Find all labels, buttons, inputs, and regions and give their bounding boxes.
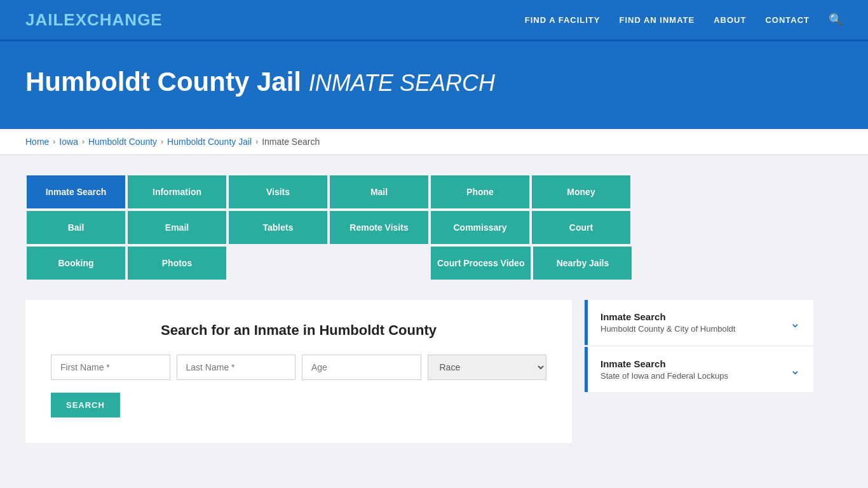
last-name-input[interactable] (177, 355, 296, 380)
nav-find-facility[interactable]: FIND A FACILITY (525, 15, 600, 25)
btn-nearby-jails[interactable]: Nearby Jails (533, 247, 632, 280)
breadcrumb-sep-4: › (255, 137, 258, 146)
site-header: JAILEXCHANGE FIND A FACILITY FIND AN INM… (0, 0, 868, 41)
btn-tablets[interactable]: Tablets (229, 211, 327, 244)
first-name-input[interactable] (51, 355, 170, 380)
search-form-title: Search for an Inmate in Humboldt County (51, 322, 546, 339)
btn-inmate-search[interactable]: Inmate Search (27, 175, 125, 208)
chevron-down-icon: ⌄ (790, 315, 801, 330)
breadcrumb-bar: Home › Iowa › Humboldt County › Humboldt… (0, 129, 868, 155)
search-icon[interactable]: 🔍 (829, 13, 843, 27)
breadcrumb-humboldt-county-jail[interactable]: Humboldt County Jail (167, 137, 252, 147)
sidebar-card-iowa[interactable]: Inmate Search State of Iowa and Federal … (585, 347, 813, 392)
page-title-main: Humboldt County Jail (25, 67, 301, 97)
btn-court[interactable]: Court (532, 211, 630, 244)
sidebar-card-iowa-title: Inmate Search (600, 358, 728, 369)
breadcrumb-sep-3: › (161, 137, 163, 146)
btn-information[interactable]: Information (128, 175, 226, 208)
logo-jail: JAIL (25, 10, 64, 29)
btn-court-process-video[interactable]: Court Process Video (431, 247, 531, 280)
breadcrumb-humboldt-county[interactable]: Humboldt County (88, 137, 157, 147)
btn-commissary[interactable]: Commissary (431, 211, 529, 244)
btn-bail[interactable]: Bail (27, 211, 125, 244)
btn-phone[interactable]: Phone (431, 175, 529, 208)
btn-mail[interactable]: Mail (330, 175, 428, 208)
nav-contact[interactable]: CONTACT (765, 15, 810, 25)
row3-spacer (227, 247, 430, 280)
breadcrumb-sep-1: › (53, 137, 55, 146)
btn-email[interactable]: Email (128, 211, 226, 244)
btn-photos[interactable]: Photos (128, 247, 226, 280)
btn-remote-visits[interactable]: Remote Visits (330, 211, 428, 244)
main-content: Inmate Search Information Visits Mail Ph… (0, 155, 868, 462)
search-form-container: Search for an Inmate in Humboldt County … (25, 300, 572, 443)
nav-about[interactable]: ABOUT (714, 15, 746, 25)
age-input[interactable] (302, 355, 421, 380)
search-fields: Race White Black Hispanic Asian Native A… (51, 355, 546, 380)
breadcrumb-sep-2: › (82, 137, 85, 146)
breadcrumb-current: Inmate Search (262, 137, 320, 147)
logo-exchange: EXCHANGE (64, 10, 162, 29)
search-button[interactable]: SEARCH (51, 393, 120, 417)
btn-money[interactable]: Money (532, 175, 630, 208)
sidebar: Inmate Search Humboldt County & City of … (585, 300, 813, 392)
sidebar-card-humboldt[interactable]: Inmate Search Humboldt County & City of … (585, 300, 813, 345)
sidebar-card-iowa-text: Inmate Search State of Iowa and Federal … (600, 358, 728, 381)
sidebar-card-humboldt-text: Inmate Search Humboldt County & City of … (600, 311, 735, 334)
btn-visits[interactable]: Visits (229, 175, 327, 208)
category-nav-buttons: Inmate Search Information Visits Mail Ph… (25, 174, 724, 281)
breadcrumb-home[interactable]: Home (25, 137, 49, 147)
race-select[interactable]: Race White Black Hispanic Asian Native A… (428, 355, 547, 380)
breadcrumb: Home › Iowa › Humboldt County › Humboldt… (25, 137, 843, 147)
hero-banner: Humboldt County Jail INMATE SEARCH (0, 41, 868, 129)
sidebar-card-iowa-subtitle: State of Iowa and Federal Lockups (600, 371, 728, 381)
sidebar-card-humboldt-title: Inmate Search (600, 311, 735, 322)
page-title-italic: INMATE SEARCH (309, 70, 495, 96)
nav-find-inmate[interactable]: FIND AN INMATE (619, 15, 695, 25)
breadcrumb-iowa[interactable]: Iowa (59, 137, 78, 147)
page-title: Humboldt County Jail INMATE SEARCH (25, 67, 843, 97)
content-row: Search for an Inmate in Humboldt County … (25, 300, 843, 443)
main-nav: FIND A FACILITY FIND AN INMATE ABOUT CON… (525, 13, 843, 27)
btn-booking[interactable]: Booking (27, 247, 125, 280)
site-logo[interactable]: JAILEXCHANGE (25, 10, 163, 30)
chevron-down-icon-2: ⌄ (790, 362, 801, 377)
sidebar-card-humboldt-subtitle: Humboldt County & City of Humboldt (600, 324, 735, 334)
